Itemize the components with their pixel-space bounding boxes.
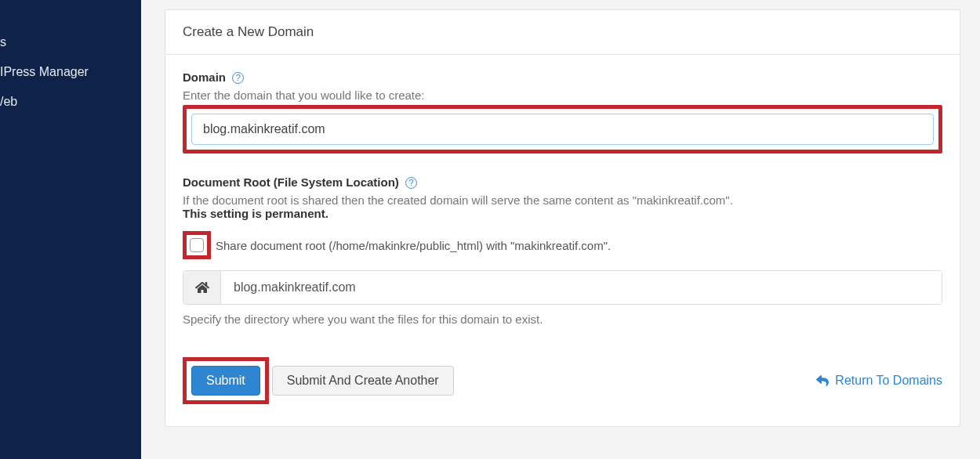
share-prefix: Share document root ( <box>216 239 332 252</box>
share-path: /home/makinkre/public_html <box>332 239 479 252</box>
docroot-hint-prefix: If the document root is shared then the … <box>183 193 637 207</box>
help-icon[interactable]: ? <box>232 72 244 84</box>
share-mid: ) with " <box>479 239 514 252</box>
share-label: Share document root (/home/makinkre/publ… <box>216 240 611 251</box>
docroot-permanent-note: This setting is permanent. <box>183 207 942 220</box>
sidebar-item-wordpress-manager[interactable]: IPress Manager <box>0 57 141 87</box>
return-label: Return To Domains <box>835 374 942 388</box>
help-icon[interactable]: ? <box>405 177 417 189</box>
share-site: makinkreatif.com <box>514 239 603 252</box>
share-checkbox[interactable] <box>190 238 204 252</box>
submit-button[interactable]: Submit <box>191 366 260 396</box>
sidebar-item-web[interactable]: /eb <box>0 87 141 117</box>
docroot-label: Document Root (File System Location) <box>183 175 399 189</box>
directory-input[interactable] <box>221 271 942 304</box>
panel-title: Create a New Domain <box>165 10 960 55</box>
submit-highlight: Submit <box>183 357 269 404</box>
directory-input-group <box>183 270 942 305</box>
domain-label: Domain <box>183 70 226 84</box>
share-row: Share document root (/home/makinkre/publ… <box>183 231 942 259</box>
main-content: Create a New Domain Domain ? Enter the d… <box>141 0 980 459</box>
domain-hint: Enter the domain that you would like to … <box>183 89 942 102</box>
docroot-hint: If the document root is shared then the … <box>183 193 942 207</box>
directory-hint: Specify the directory where you want the… <box>183 313 942 326</box>
domain-highlight <box>183 105 942 154</box>
sidebar: s IPress Manager /eb <box>0 0 141 459</box>
docroot-hint-site: makinkreatif.com <box>637 193 725 207</box>
domain-field: Domain ? Enter the domain that you would… <box>183 70 942 154</box>
reply-icon <box>816 374 829 387</box>
domain-input[interactable] <box>191 114 934 145</box>
submit-another-button[interactable]: Submit And Create Another <box>272 366 454 396</box>
docroot-hint-suffix: ". <box>725 193 733 207</box>
home-icon <box>183 271 221 304</box>
panel-body: Domain ? Enter the domain that you would… <box>165 55 960 426</box>
return-to-domains-link[interactable]: Return To Domains <box>816 374 942 388</box>
sidebar-item-partial[interactable]: s <box>0 27 141 57</box>
checkbox-highlight <box>183 231 211 259</box>
action-row: Submit Submit And Create Another Return … <box>183 357 942 404</box>
create-domain-panel: Create a New Domain Domain ? Enter the d… <box>165 9 960 427</box>
docroot-field: Document Root (File System Location) ? I… <box>183 175 942 326</box>
share-suffix: ". <box>604 239 612 252</box>
